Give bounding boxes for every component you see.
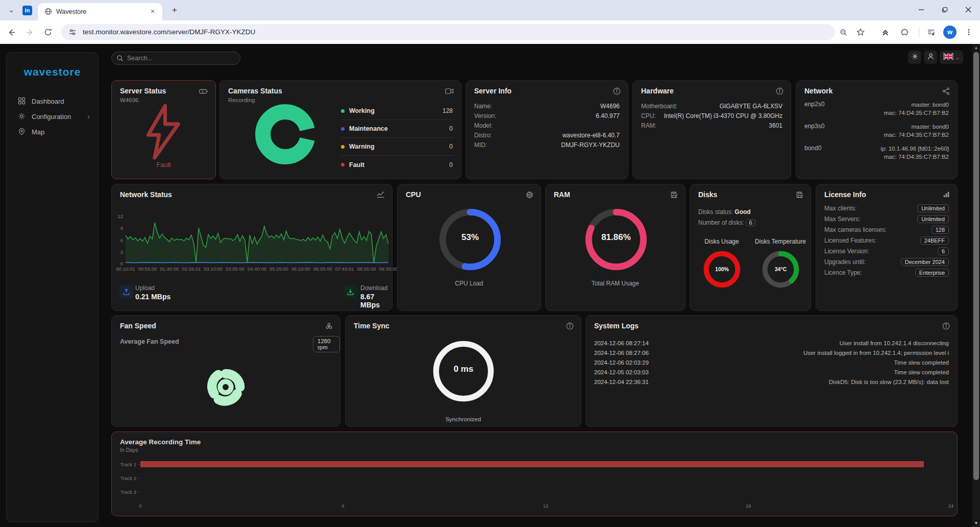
log-message: User install from 10.242.1.4 disconnecti… <box>840 340 949 346</box>
disks-status-row: Disks status: Good <box>698 208 751 215</box>
status-badge: Fault <box>112 161 215 169</box>
legend-item: Fault0 <box>341 156 454 174</box>
sidebar-item-map[interactable]: Map <box>7 124 98 139</box>
extensions-puzzle-icon[interactable] <box>897 25 912 39</box>
url-text: test.monitor.wavestore.com/server/DMJF-R… <box>83 28 255 36</box>
row-value: W4696 <box>600 103 620 110</box>
row-value: GIGABYTE GA-6LXSV <box>720 103 782 110</box>
window-close-button[interactable] <box>957 0 980 19</box>
interface-name: enp2s0 <box>804 101 824 117</box>
browser-toolbar: test.monitor.wavestore.com/server/DMJF-R… <box>0 20 980 44</box>
interface-details: master: bond0mac: 74:D4:35:C7:B7:B2 <box>884 101 949 117</box>
info-icon[interactable] <box>942 322 950 332</box>
info-icon[interactable] <box>776 87 783 97</box>
row-label: Model: <box>474 122 493 129</box>
browser-menu-icon[interactable] <box>962 25 976 39</box>
reload-button[interactable] <box>41 25 55 39</box>
battery-charging-icon[interactable] <box>199 87 208 97</box>
log-row: 2024-12-06 08:27:14User install from 10.… <box>594 338 949 348</box>
row-label: Max Servers: <box>824 215 861 223</box>
bar-chart-icon[interactable] <box>943 191 950 200</box>
theme-toggle-button[interactable] <box>908 51 921 64</box>
row-value: December 2024 <box>901 258 949 266</box>
info-icon[interactable] <box>613 87 621 97</box>
card-title: Network <box>804 87 949 95</box>
legend-dot <box>341 163 345 166</box>
row-label: Distro: <box>474 132 492 139</box>
interface-detail-line: mac: 74:D4:35:C7:B7:B2 <box>884 131 949 139</box>
legend-label: Warning <box>349 143 375 150</box>
cpu-value: 53% <box>436 232 504 243</box>
recording-subtitle: In Days <box>120 447 949 453</box>
sun-icon <box>911 53 919 62</box>
bookmark-star-icon[interactable] <box>853 25 868 39</box>
legend-value: 128 <box>443 107 453 114</box>
scroll-up-icon[interactable]: ▲ <box>972 45 980 50</box>
interface-details: master: bond0mac: 74:D4:35:C7:B7:B2 <box>884 123 949 139</box>
card-title: Cameras Status <box>228 87 453 95</box>
tab-search-icon[interactable]: ⌄ <box>6 5 16 15</box>
memory-icon[interactable] <box>670 191 678 201</box>
fan-icon[interactable] <box>325 322 333 332</box>
track-label: Track 3 <box>112 489 136 495</box>
sidebar-item-label: Map <box>32 128 44 136</box>
new-tab-button[interactable]: + <box>168 4 181 16</box>
forward-button[interactable] <box>22 25 37 39</box>
log-timestamp: 2024-12-06 08:27:06 <box>594 350 649 356</box>
row-value: Intel(R) Core(TM) i3-4370 CPU @ 3.80GHz <box>664 112 782 119</box>
zoom-icon[interactable] <box>836 25 850 39</box>
sidebar-item-configuration[interactable]: Configuration › <box>7 109 98 124</box>
user-menu-button[interactable] <box>924 51 937 64</box>
page-scrollbar[interactable]: ▲ ▼ <box>972 44 980 527</box>
card-title: Hardware <box>641 87 782 95</box>
media-controls-icon[interactable] <box>924 25 938 39</box>
video-camera-icon[interactable] <box>445 87 454 97</box>
legend-dot <box>341 109 345 113</box>
profile-avatar[interactable]: w <box>943 26 957 39</box>
log-timestamp: 2024-12-05 02:03:03 <box>594 369 649 375</box>
track-bar-area <box>140 458 951 471</box>
floppy-icon[interactable] <box>796 191 803 201</box>
browser-tab[interactable]: Wavestore × <box>38 3 162 20</box>
network-status-card: Network Status 036912 00:10:0100:55:0001… <box>111 184 393 311</box>
legend-label: Working <box>349 107 375 114</box>
disks-usage-value: 100% <box>702 266 742 272</box>
back-button[interactable] <box>4 25 18 39</box>
legend-value: 0 <box>449 161 453 169</box>
window-minimize-button[interactable] <box>910 0 933 19</box>
row-value: Enterprise <box>915 269 949 277</box>
extension-icon[interactable] <box>878 25 892 39</box>
cpu-caption: CPU Load <box>398 280 541 287</box>
log-timestamp: 2024-12-04 22:36:31 <box>594 379 649 385</box>
row-label: MID: <box>474 141 487 149</box>
share-nodes-icon[interactable] <box>942 87 950 97</box>
legend-dot <box>341 127 345 131</box>
network-card: Network enp2s0master: bond0mac: 74:D4:35… <box>796 80 958 179</box>
scroll-down-icon[interactable]: ▼ <box>972 521 980 525</box>
log-message: Time slew completed <box>894 369 949 375</box>
server-info-row: Distro:wavestore-el8-6.40.7 <box>474 130 620 140</box>
url-bar[interactable]: test.monitor.wavestore.com/server/DMJF-R… <box>61 24 835 40</box>
pinned-tab-linkedin[interactable]: in <box>22 6 32 15</box>
network-interface-row: enp3s0master: bond0mac: 74:D4:35:C7:B7:B… <box>804 123 949 139</box>
line-chart-icon[interactable] <box>377 191 385 200</box>
info-icon[interactable] <box>566 322 574 332</box>
site-info-icon[interactable] <box>68 28 77 38</box>
search-input[interactable] <box>127 53 234 64</box>
x-tick-label: 01:40:00 <box>160 266 179 272</box>
cpu-chip-icon[interactable] <box>526 191 533 201</box>
window-maximize-button[interactable] <box>933 0 957 19</box>
language-selector[interactable]: ⌄ <box>940 51 963 64</box>
card-title: RAM <box>554 190 677 199</box>
scrollbar-thumb[interactable] <box>973 52 979 480</box>
axis-tick <box>138 464 140 465</box>
x-tick-label: 6 <box>341 503 344 509</box>
sidebar-item-dashboard[interactable]: Dashboard <box>7 93 98 109</box>
upload-label: Upload <box>135 284 155 292</box>
search-box[interactable] <box>111 52 240 65</box>
x-tick-label: 06:55:00 <box>313 266 332 272</box>
tab-close-icon[interactable]: × <box>148 7 157 16</box>
log-message: Time slew completed <box>894 360 949 366</box>
interface-name: enp3s0 <box>804 123 824 139</box>
row-value: DMJF-RGYX-YKZDU <box>561 141 620 149</box>
